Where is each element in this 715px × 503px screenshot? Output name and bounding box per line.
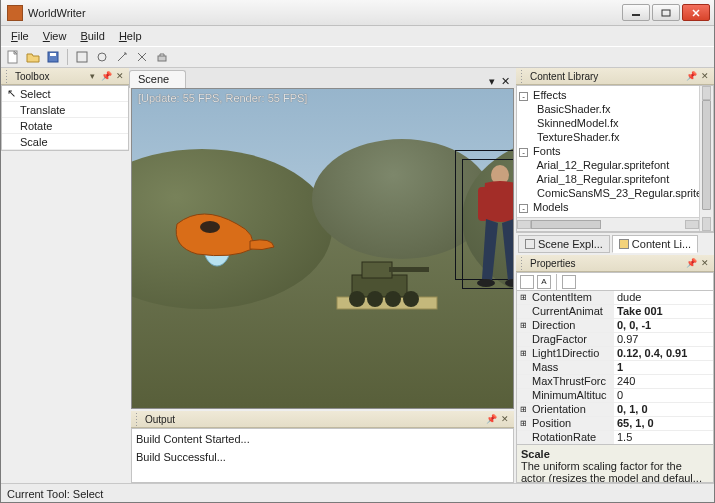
scene-close-icon[interactable]: ✕ (501, 75, 510, 88)
close-panel-icon[interactable]: ✕ (115, 71, 125, 81)
toolbox-item-translate[interactable]: Translate (2, 102, 128, 118)
grip-icon[interactable] (520, 256, 524, 270)
tool-icon-2[interactable] (94, 49, 110, 65)
scene-viewport[interactable]: [Update: 55 FPS, Render: 55 FPS] (131, 88, 514, 409)
close-panel-icon[interactable]: ✕ (700, 258, 710, 268)
pin-icon[interactable]: 📌 (686, 258, 696, 268)
expander-icon[interactable] (517, 375, 529, 388)
property-value[interactable]: 240 (614, 375, 713, 388)
property-value[interactable]: 0.12, 0.4, 0.91 (614, 347, 713, 360)
expander-icon[interactable]: ⊞ (517, 347, 529, 360)
toolbox-item-select[interactable]: ↖ Select (2, 86, 128, 102)
hscrollbar[interactable] (517, 217, 699, 231)
props-pages-icon[interactable] (562, 275, 576, 289)
tool-icon-4[interactable] (134, 49, 150, 65)
actor-dude[interactable] (460, 161, 514, 301)
output-text[interactable]: Build Content Started... Build Successfu… (131, 428, 514, 483)
property-value[interactable]: 0, 1, 0 (614, 403, 713, 416)
property-row[interactable]: CurrentAnimatTake 001 (517, 305, 713, 319)
minimize-button[interactable] (622, 4, 650, 21)
status-text: Current Tool: Select (7, 488, 103, 500)
tree-group[interactable]: - Fonts Arial_12_Regular.spritefont Aria… (519, 144, 713, 200)
close-panel-icon[interactable]: ✕ (500, 414, 510, 424)
property-row[interactable]: DragFactor0.97 (517, 333, 713, 347)
content-tree[interactable]: - Effects BasicShader.fx SkinnedModel.fx… (517, 86, 713, 232)
tab-scene-explorer[interactable]: Scene Expl... (518, 235, 610, 253)
content-library-header[interactable]: Content Library 📌 ✕ (516, 68, 714, 85)
grip-icon[interactable] (135, 412, 139, 426)
property-row[interactable]: ⊞ContentItemdude (517, 291, 713, 305)
property-row[interactable]: ⊞Position65, 1, 0 (517, 417, 713, 431)
property-value[interactable]: Take 001 (614, 305, 713, 318)
tree-item[interactable]: SkinnedModel.fx (531, 116, 713, 130)
save-icon[interactable] (45, 49, 61, 65)
expander-icon[interactable]: ⊞ (517, 291, 529, 304)
toolbox-item-scale[interactable]: Scale (2, 134, 128, 150)
property-row[interactable]: Mass1 (517, 361, 713, 375)
alphabetical-icon[interactable]: A (537, 275, 551, 289)
expander-icon[interactable]: - (519, 204, 528, 213)
toolbox-header[interactable]: Toolbox ▾ 📌 ✕ (1, 68, 129, 85)
expander-icon[interactable] (517, 333, 529, 346)
output-header[interactable]: Output 📌 ✕ (131, 411, 514, 428)
open-icon[interactable] (25, 49, 41, 65)
tree-group[interactable]: - Effects BasicShader.fx SkinnedModel.fx… (519, 88, 713, 144)
property-row[interactable]: MaxThrustForc240 (517, 375, 713, 389)
pin-icon[interactable]: 📌 (686, 71, 696, 81)
expander-icon[interactable] (517, 305, 529, 318)
property-value[interactable]: dude (614, 291, 713, 304)
tool-icon-5[interactable] (154, 49, 170, 65)
tree-item[interactable]: Arial_18_Regular.spritefont (531, 172, 713, 186)
grip-icon[interactable] (520, 69, 524, 83)
toolbox-item-rotate[interactable]: Rotate (2, 118, 128, 134)
property-value[interactable]: 0, 0, -1 (614, 319, 713, 332)
new-icon[interactable] (5, 49, 21, 65)
property-row[interactable]: RotationRate1.5 (517, 431, 713, 445)
tree-item[interactable]: ComicSansMS_23_Regular.spritefont (531, 186, 713, 200)
property-value[interactable]: 0.97 (614, 333, 713, 346)
property-value[interactable]: 0 (614, 389, 713, 402)
scene-menu-icon[interactable]: ▾ (489, 75, 495, 88)
tree-item[interactable]: Arial_12_Regular.spritefont (531, 158, 713, 172)
menu-help[interactable]: Help (113, 28, 148, 44)
expander-icon[interactable]: ⊞ (517, 403, 529, 416)
tree-item[interactable]: BasicShader.fx (531, 102, 713, 116)
expander-icon[interactable]: - (519, 92, 528, 101)
property-row[interactable]: ⊞Light1Directio0.12, 0.4, 0.91 (517, 347, 713, 361)
close-button[interactable] (682, 4, 710, 21)
dropdown-icon[interactable]: ▾ (87, 71, 97, 81)
tab-content-library[interactable]: Content Li... (612, 235, 698, 253)
properties-header[interactable]: Properties 📌 ✕ (516, 255, 714, 272)
categorized-icon[interactable] (520, 275, 534, 289)
pin-icon[interactable]: 📌 (486, 414, 496, 424)
grip-icon[interactable] (5, 69, 9, 83)
expander-icon[interactable] (517, 389, 529, 402)
expander-icon[interactable] (517, 431, 529, 444)
vscroll-thumb[interactable] (702, 100, 711, 210)
vscrollbar[interactable] (699, 86, 713, 231)
hscroll-thumb[interactable] (531, 220, 601, 229)
property-value[interactable]: 1 (614, 361, 713, 374)
property-value[interactable]: 1.5 (614, 431, 713, 444)
tree-item[interactable]: TextureShader.fx (531, 130, 713, 144)
tool-icon-1[interactable] (74, 49, 90, 65)
menu-file[interactable]: File (5, 28, 35, 44)
actor-tank[interactable] (317, 247, 447, 317)
expander-icon[interactable]: ⊞ (517, 417, 529, 430)
expander-icon[interactable]: - (519, 148, 528, 157)
property-row[interactable]: ⊞Orientation0, 1, 0 (517, 403, 713, 417)
expander-icon[interactable] (517, 361, 529, 374)
maximize-button[interactable] (652, 4, 680, 21)
property-row[interactable]: MinimumAltituc0 (517, 389, 713, 403)
actor-loopy[interactable] (162, 199, 282, 269)
properties-grid[interactable]: ⊞ContentItemdudeCurrentAnimatTake 001⊞Di… (516, 290, 714, 445)
pin-icon[interactable]: 📌 (101, 71, 111, 81)
menu-build[interactable]: Build (74, 28, 110, 44)
menu-view[interactable]: View (37, 28, 73, 44)
property-value[interactable]: 65, 1, 0 (614, 417, 713, 430)
property-row[interactable]: ⊞Direction0, 0, -1 (517, 319, 713, 333)
tab-scene[interactable]: Scene (129, 70, 186, 88)
expander-icon[interactable]: ⊞ (517, 319, 529, 332)
tool-icon-3[interactable] (114, 49, 130, 65)
close-panel-icon[interactable]: ✕ (700, 71, 710, 81)
